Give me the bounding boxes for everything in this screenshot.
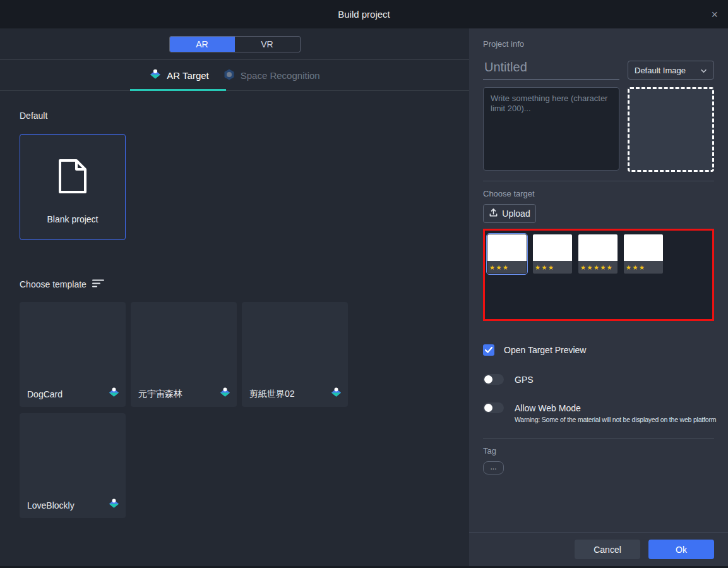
mode-tab-vr[interactable]: VR	[235, 37, 300, 52]
chevron-down-icon	[700, 66, 707, 75]
filter-sort-icon[interactable]	[92, 279, 104, 289]
allow-web-mode-row: Allow Web Mode	[483, 402, 714, 413]
project-info-label: Project info	[483, 39, 714, 49]
ar-gem-icon	[108, 498, 120, 512]
cover-image-dropzone[interactable]	[628, 87, 714, 172]
target-rating: ★★★	[487, 261, 527, 274]
template-name: 元宇宙森林	[138, 389, 182, 400]
ar-gem-icon	[219, 387, 231, 401]
dialog-body: AR VR AR Target	[0, 28, 728, 566]
target-thumbnail[interactable]: ★★★★★	[578, 234, 618, 274]
left-content: Default Blank project Choose template	[0, 91, 469, 566]
mode-tab-ar[interactable]: AR	[170, 37, 235, 52]
open-target-preview-label: Open Target Preview	[504, 345, 586, 355]
checkmark-icon	[485, 344, 492, 356]
ar-vr-segmented-control: AR VR	[169, 36, 301, 52]
divider	[483, 181, 714, 181]
ar-gem-icon	[330, 387, 342, 401]
tag-label: Tag	[483, 446, 714, 456]
template-card-loveblockly[interactable]: LoveBlockly	[20, 413, 126, 518]
right-pane: Project info Default Image	[469, 28, 728, 566]
dialog-title: Build project	[338, 9, 390, 20]
template-card-papercut-world[interactable]: 剪紙世界02	[242, 302, 348, 407]
description-textarea[interactable]	[483, 87, 619, 171]
add-tag-button[interactable]: ...	[483, 461, 504, 474]
ok-button[interactable]: Ok	[648, 540, 714, 559]
default-section-label: Default	[20, 111, 450, 121]
open-target-preview-checkbox[interactable]	[483, 344, 494, 356]
template-name: DogCard	[27, 389, 63, 399]
blank-document-icon	[57, 158, 88, 197]
ar-gem-icon	[149, 68, 162, 83]
project-info-panel: Project info Default Image	[469, 28, 728, 532]
gps-row: GPS	[483, 374, 714, 385]
template-grid: DogCard 元宇宙森林	[20, 302, 450, 518]
allow-web-mode-label: Allow Web Mode	[515, 403, 581, 413]
target-thumbnail[interactable]: ★★★	[487, 234, 527, 274]
image-type-select[interactable]: Default Image	[628, 61, 714, 80]
gps-toggle[interactable]	[483, 374, 504, 385]
target-image	[487, 234, 527, 261]
choose-template-text: Choose template	[20, 279, 87, 289]
cancel-button[interactable]: Cancel	[575, 540, 640, 559]
tab-space-recognition-label: Space Recognition	[241, 70, 320, 81]
space-recognition-icon	[223, 68, 236, 83]
allow-web-mode-toggle[interactable]	[483, 402, 504, 413]
tab-ar-target[interactable]: AR Target	[149, 60, 208, 90]
tab-space-recognition[interactable]: Space Recognition	[223, 60, 320, 90]
target-thumbnail[interactable]: ★★★	[624, 234, 663, 274]
target-image	[624, 234, 663, 261]
target-tabs: AR Target Space Recognition	[149, 60, 319, 90]
target-list-highlighted: ★★★ ★★★ ★★★★★ ★★★	[483, 229, 714, 321]
template-name: LoveBlockly	[27, 500, 75, 511]
upload-icon	[489, 208, 498, 219]
open-target-preview-row: Open Target Preview	[483, 344, 714, 356]
upload-label: Upload	[502, 208, 530, 219]
close-icon[interactable]: ×	[711, 9, 718, 20]
name-row: Default Image	[483, 59, 714, 80]
choose-template-label: Choose template	[20, 279, 450, 289]
target-image	[578, 234, 618, 261]
template-name: 剪紙世界02	[249, 389, 295, 400]
left-pane: AR VR AR Target	[0, 28, 469, 566]
mode-toggle-row: AR VR	[0, 28, 469, 60]
divider	[483, 438, 714, 439]
target-tabs-row: AR Target Space Recognition	[0, 60, 469, 91]
target-thumbnail[interactable]: ★★★	[533, 234, 572, 274]
choose-target-label: Choose target	[483, 189, 714, 198]
allow-web-mode-block: Allow Web Mode Warning: Some of the mate…	[483, 402, 714, 423]
dialog-footer: Cancel Ok	[469, 532, 728, 566]
project-name-input[interactable]	[483, 59, 619, 80]
tab-ar-target-label: AR Target	[167, 70, 208, 81]
blank-project-card[interactable]: Blank project	[20, 134, 126, 240]
target-rating: ★★★	[624, 261, 663, 274]
ar-gem-icon	[108, 387, 120, 401]
build-project-dialog: Build project × AR VR	[0, 0, 728, 568]
template-card-metaverse-forest[interactable]: 元宇宙森林	[131, 302, 237, 407]
image-type-value: Default Image	[635, 66, 686, 75]
target-image	[533, 234, 572, 261]
gps-label: GPS	[515, 375, 534, 385]
template-card-dogcard[interactable]: DogCard	[20, 302, 126, 407]
titlebar: Build project ×	[0, 0, 728, 28]
target-rating: ★★★★★	[578, 261, 618, 274]
description-row	[483, 87, 714, 172]
upload-button[interactable]: Upload	[483, 204, 536, 223]
blank-project-label: Blank project	[47, 214, 98, 224]
web-mode-warning: Warning: Some of the material will not b…	[515, 416, 714, 423]
target-rating: ★★★	[533, 261, 572, 274]
